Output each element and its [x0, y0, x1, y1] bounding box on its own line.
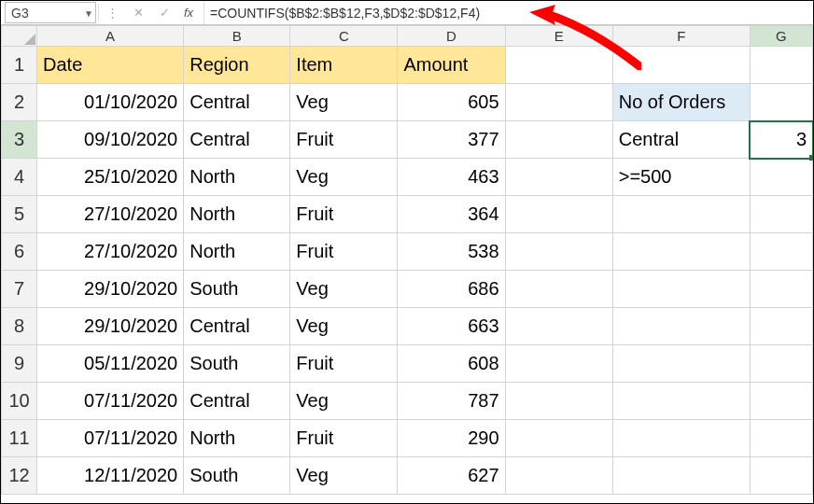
cell-E1[interactable] [505, 47, 612, 84]
cell-C3[interactable]: Fruit [290, 121, 398, 159]
cell-G1[interactable] [750, 47, 812, 84]
cell-E8[interactable] [505, 308, 612, 345]
cell-D12[interactable]: 627 [398, 457, 505, 495]
cell-A5[interactable]: 27/10/2020 [37, 196, 184, 233]
cell-D6[interactable]: 538 [398, 233, 505, 271]
row-header-12[interactable]: 12 [2, 457, 37, 495]
formula-input[interactable]: =COUNTIFS($B$2:$B$12,F3,$D$2:$D$12,F4) [204, 1, 813, 24]
header-cell-A[interactable]: Date [37, 47, 184, 84]
cell-E3[interactable] [505, 121, 612, 159]
cell-A3[interactable]: 09/10/2020 [37, 121, 184, 159]
cell-B7[interactable]: South [184, 271, 290, 308]
cell-E7[interactable] [505, 271, 612, 308]
cell-C10[interactable]: Veg [290, 383, 398, 420]
row-header-6[interactable]: 6 [2, 233, 37, 271]
cell-G7[interactable] [750, 271, 812, 308]
cell-C2[interactable]: Veg [290, 84, 398, 121]
cell-C12[interactable]: Veg [290, 457, 398, 495]
cell-D8[interactable]: 663 [398, 308, 505, 345]
cell-E9[interactable] [505, 345, 612, 383]
col-header-A[interactable]: A [37, 26, 184, 47]
row-header-9[interactable]: 9 [2, 345, 37, 383]
cell-E12[interactable] [505, 457, 612, 495]
cell-F12[interactable] [612, 457, 750, 495]
accept-icon[interactable]: ✓ [151, 1, 177, 24]
cell-F1[interactable] [612, 47, 750, 84]
cell-E4[interactable] [505, 159, 612, 196]
row-header-3[interactable]: 3 [2, 121, 37, 159]
header-cell-B[interactable]: Region [184, 47, 290, 84]
cell-B8[interactable]: Central [184, 308, 290, 345]
cell-A6[interactable]: 27/10/2020 [37, 233, 184, 271]
row-header-7[interactable]: 7 [2, 271, 37, 308]
cell-E11[interactable] [505, 420, 612, 457]
cell-A12[interactable]: 12/11/2020 [37, 457, 184, 495]
cell-A10[interactable]: 07/11/2020 [37, 383, 184, 420]
cell-G5[interactable] [750, 196, 812, 233]
cell-G10[interactable] [750, 383, 812, 420]
cell-G2[interactable] [750, 84, 812, 121]
cell-F11[interactable] [612, 420, 750, 457]
cell-E2[interactable] [505, 84, 612, 121]
cell-G12[interactable] [750, 457, 812, 495]
cell-C4[interactable]: Veg [290, 159, 398, 196]
cell-C6[interactable]: Fruit [290, 233, 398, 271]
cell-B5[interactable]: North [184, 196, 290, 233]
cell-A7[interactable]: 29/10/2020 [37, 271, 184, 308]
cell-B9[interactable]: South [184, 345, 290, 383]
cell-F5[interactable] [612, 196, 750, 233]
cell-A8[interactable]: 29/10/2020 [37, 308, 184, 345]
cell-G4[interactable] [750, 159, 812, 196]
col-header-F[interactable]: F [612, 26, 750, 47]
cell-D4[interactable]: 463 [398, 159, 505, 196]
row-header-5[interactable]: 5 [2, 196, 37, 233]
row-header-1[interactable]: 1 [2, 47, 37, 84]
cell-F2[interactable]: No of Orders [612, 84, 750, 121]
col-header-C[interactable]: C [290, 26, 398, 47]
cell-D3[interactable]: 377 [398, 121, 505, 159]
cell-E10[interactable] [505, 383, 612, 420]
cell-G3[interactable]: 3 [750, 121, 812, 159]
cell-D2[interactable]: 605 [398, 84, 505, 121]
row-header-10[interactable]: 10 [2, 383, 37, 420]
col-header-B[interactable]: B [184, 26, 290, 47]
cell-G8[interactable] [750, 308, 812, 345]
cell-F10[interactable] [612, 383, 750, 420]
header-cell-C[interactable]: Item [290, 47, 398, 84]
cell-A11[interactable]: 07/11/2020 [37, 420, 184, 457]
select-all-corner[interactable] [2, 26, 37, 47]
cell-A4[interactable]: 25/10/2020 [37, 159, 184, 196]
cancel-icon[interactable]: ✕ [125, 1, 151, 24]
row-header-8[interactable]: 8 [2, 308, 37, 345]
cell-D11[interactable]: 290 [398, 420, 505, 457]
cell-D10[interactable]: 787 [398, 383, 505, 420]
cell-B4[interactable]: North [184, 159, 290, 196]
cell-C9[interactable]: Fruit [290, 345, 398, 383]
cell-B3[interactable]: Central [184, 121, 290, 159]
fx-icon[interactable]: fx [177, 1, 204, 24]
col-header-E[interactable]: E [505, 26, 612, 47]
cell-A2[interactable]: 01/10/2020 [37, 84, 184, 121]
cell-B12[interactable]: South [184, 457, 290, 495]
cell-C7[interactable]: Veg [290, 271, 398, 308]
cell-B6[interactable]: North [184, 233, 290, 271]
header-cell-D[interactable]: Amount [398, 47, 505, 84]
cell-B10[interactable]: Central [184, 383, 290, 420]
cell-D9[interactable]: 608 [398, 345, 505, 383]
cell-D7[interactable]: 686 [398, 271, 505, 308]
cell-B11[interactable]: North [184, 420, 290, 457]
cell-F3[interactable]: Central [612, 121, 750, 159]
cell-F6[interactable] [612, 233, 750, 271]
name-box[interactable]: G3 ▼ [5, 2, 96, 23]
col-header-D[interactable]: D [398, 26, 505, 47]
cell-F7[interactable] [612, 271, 750, 308]
cell-A9[interactable]: 05/11/2020 [37, 345, 184, 383]
row-header-4[interactable]: 4 [2, 159, 37, 196]
cell-E6[interactable] [505, 233, 612, 271]
cell-F4[interactable]: >=500 [612, 159, 750, 196]
cell-C8[interactable]: Veg [290, 308, 398, 345]
row-header-11[interactable]: 11 [2, 420, 37, 457]
cell-F9[interactable] [612, 345, 750, 383]
cell-B2[interactable]: Central [184, 84, 290, 121]
cell-G9[interactable] [750, 345, 812, 383]
